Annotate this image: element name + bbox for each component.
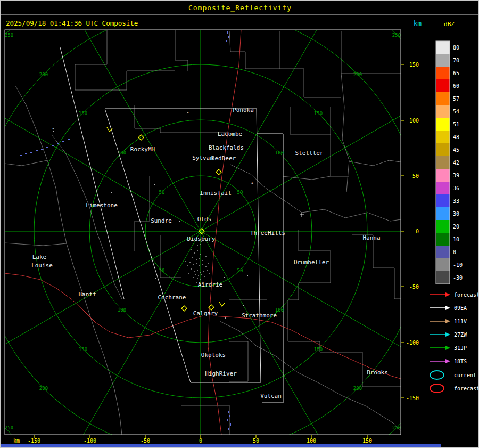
svg-text:250: 250 bbox=[392, 425, 401, 430]
scale-swatch bbox=[436, 79, 450, 92]
svg-text:50: 50 bbox=[159, 190, 165, 195]
svg-text:-100: -100 bbox=[406, 340, 419, 346]
city-label-vulcan: Vulcan bbox=[260, 393, 282, 400]
svg-text:100: 100 bbox=[118, 307, 126, 313]
svg-text:150: 150 bbox=[79, 111, 87, 116]
svg-text:100: 100 bbox=[307, 438, 316, 444]
city-label-cochrane: Cochrane bbox=[158, 294, 186, 301]
scale-swatch bbox=[436, 233, 450, 246]
scale-swatch bbox=[436, 169, 450, 182]
scale-swatch bbox=[436, 156, 450, 169]
scale-swatch bbox=[436, 54, 450, 67]
svg-text:50: 50 bbox=[253, 438, 259, 444]
scale-swatch bbox=[436, 258, 450, 271]
svg-text:33: 33 bbox=[453, 198, 459, 204]
city-label-airdrie: Airdrie bbox=[198, 281, 222, 288]
svg-text:-30: -30 bbox=[453, 275, 463, 281]
svg-text:18TS: 18TS bbox=[454, 359, 467, 364]
svg-text:150: 150 bbox=[362, 438, 372, 444]
svg-text:250: 250 bbox=[5, 32, 13, 38]
svg-text:-50: -50 bbox=[409, 284, 419, 290]
scale-swatch bbox=[436, 131, 450, 143]
city-label-stettler: Stettler bbox=[295, 150, 324, 157]
svg-text:31JP: 31JP bbox=[454, 345, 467, 351]
svg-text:forecast: forecast bbox=[454, 386, 479, 392]
timestamp-label: 2025/09/18 01:41:36 UTC Composite bbox=[6, 19, 138, 27]
svg-text:150: 150 bbox=[409, 62, 419, 68]
svg-text:-10: -10 bbox=[453, 262, 463, 268]
svg-text:0: 0 bbox=[416, 229, 419, 234]
svg-text:150: 150 bbox=[314, 347, 323, 352]
svg-text:200: 200 bbox=[353, 72, 362, 77]
svg-text:51: 51 bbox=[453, 121, 459, 127]
svg-text:50: 50 bbox=[237, 190, 243, 195]
svg-text:current: current bbox=[454, 372, 476, 378]
city-label-lacombe: Lacombe bbox=[218, 131, 242, 137]
svg-text:forecast: forecast bbox=[454, 292, 479, 298]
city-label-drumheller: Drumheller bbox=[294, 259, 329, 266]
svg-text:0: 0 bbox=[453, 249, 456, 255]
summit-caret-icon: ^ bbox=[187, 112, 189, 117]
city-label-didsbury: Didsbury bbox=[187, 235, 216, 242]
svg-text:54: 54 bbox=[453, 109, 459, 115]
city-label-limestone: Limestone bbox=[86, 202, 118, 209]
radar-application-window: Composite_Reflectivity 2025/09/18 01:41:… bbox=[0, 0, 479, 448]
svg-text:50: 50 bbox=[237, 268, 243, 273]
city-label-hanna: Hanna bbox=[362, 234, 380, 241]
svg-text:-150: -150 bbox=[28, 438, 40, 444]
scale-swatch bbox=[436, 92, 450, 105]
svg-text:20: 20 bbox=[453, 224, 459, 230]
city-label-threehills: ThreeHills bbox=[250, 230, 285, 237]
scale-swatch bbox=[436, 220, 450, 233]
city-label-lake: Lake bbox=[32, 254, 47, 260]
scale-swatch bbox=[436, 118, 450, 131]
svg-text:100: 100 bbox=[409, 118, 419, 124]
city-label-innisfail: Innisfail bbox=[200, 190, 232, 197]
svg-text:111V: 111V bbox=[454, 319, 467, 324]
scale-swatch bbox=[436, 105, 450, 118]
scale-swatch bbox=[436, 182, 450, 194]
radar-canvas: Composite_Reflectivity 2025/09/18 01:41:… bbox=[1, 1, 479, 448]
city-label-sylvan: Sylvan bbox=[192, 154, 213, 161]
svg-text:100: 100 bbox=[275, 150, 284, 156]
city-label-calgary: Calgary bbox=[193, 310, 218, 317]
svg-text:-50: -50 bbox=[141, 438, 150, 444]
svg-text:250: 250 bbox=[392, 32, 401, 38]
city-label-ponoka: Ponoka bbox=[233, 107, 254, 113]
svg-text:150: 150 bbox=[314, 111, 323, 116]
svg-text:50: 50 bbox=[412, 173, 419, 179]
svg-text:250: 250 bbox=[5, 425, 13, 430]
svg-text:45: 45 bbox=[453, 147, 459, 153]
svg-text:80: 80 bbox=[453, 45, 459, 51]
scale-swatch bbox=[436, 271, 450, 284]
window-title: Composite_Reflectivity bbox=[188, 4, 292, 12]
svg-text:-150: -150 bbox=[406, 395, 419, 401]
legend-title: dBZ bbox=[444, 21, 455, 28]
svg-text:36: 36 bbox=[453, 185, 459, 191]
svg-text:27ZW: 27ZW bbox=[454, 332, 467, 338]
svg-text:10: 10 bbox=[453, 237, 459, 242]
horizontal-scrollbar[interactable] bbox=[1, 444, 441, 448]
svg-text:57: 57 bbox=[453, 96, 459, 102]
scale-swatch bbox=[436, 207, 450, 220]
svg-text:09EA: 09EA bbox=[454, 305, 467, 311]
svg-text:0: 0 bbox=[199, 438, 202, 444]
city-label-strathmore: Strathmore bbox=[242, 312, 277, 319]
svg-text:200: 200 bbox=[353, 386, 362, 391]
scale-swatch bbox=[436, 41, 450, 54]
svg-text:65: 65 bbox=[453, 70, 459, 76]
svg-text:70: 70 bbox=[453, 58, 459, 63]
scale-swatch bbox=[436, 143, 450, 156]
city-label-highriver: HighRiver bbox=[205, 370, 237, 377]
summit-caret-icon: ^ bbox=[52, 128, 55, 133]
svg-text:60: 60 bbox=[453, 83, 459, 89]
scale-swatch bbox=[436, 67, 450, 79]
city-label-louise: Louise bbox=[31, 262, 53, 269]
svg-text:100: 100 bbox=[118, 150, 126, 156]
asterisk-mark-icon: * bbox=[251, 182, 253, 187]
scale-swatch bbox=[436, 246, 450, 258]
city-label-sundre: Sundre bbox=[151, 217, 172, 224]
city-label-rockymh: RockyMH bbox=[130, 146, 155, 153]
city-label-reddeer: RedDeer bbox=[211, 155, 236, 162]
top-unit-label: km bbox=[414, 19, 422, 27]
